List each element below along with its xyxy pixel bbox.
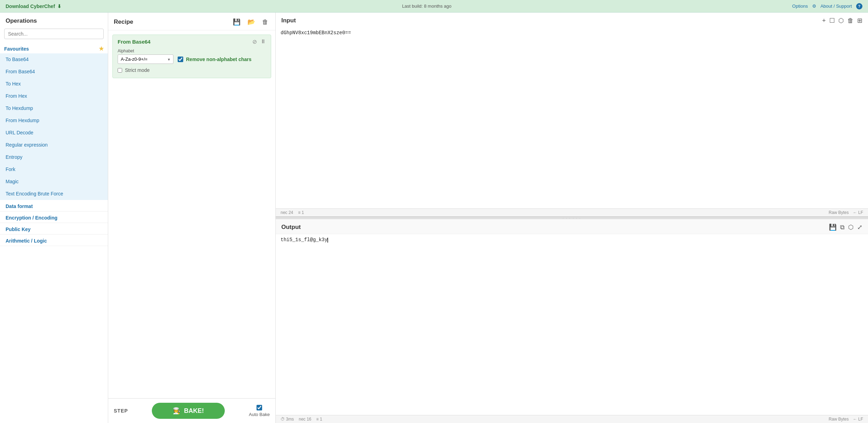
gear-icon[interactable]: ⚙ (812, 3, 816, 9)
alphabet-select[interactable]: A-Za-z0-9+/= A-Za-z0-9-_= A-Za-z0-9+/ (118, 54, 173, 64)
category-encryption-encoding: Encryption / Encoding (0, 212, 108, 223)
input-line-count: ≡ 1 (298, 210, 304, 215)
favourites-label: Favourites (4, 46, 29, 52)
output-copy-icon[interactable]: ⧉ (840, 224, 845, 231)
star-icon: ★ (99, 45, 104, 52)
select-row: A-Za-z0-9+/= A-Za-z0-9-_= A-Za-z0-9+/ Re… (118, 54, 266, 64)
topbar-right: Options ⚙ About / Support ? (792, 3, 862, 9)
options-link[interactable]: Options (792, 3, 808, 9)
help-icon[interactable]: ? (856, 3, 862, 9)
output-pop-icon[interactable]: ⬡ (848, 223, 854, 231)
strict-mode-label: Strict mode (125, 67, 150, 73)
sidebar-item-from-base64[interactable]: From Base64 (0, 66, 108, 78)
sidebar-items: To Base64 From Base64 To Hex From Hex To… (0, 53, 108, 423)
recipe-save-button[interactable]: 💾 (231, 17, 242, 27)
sidebar-item-from-hex[interactable]: From Hex (0, 90, 108, 102)
output-content: thi5_1s_fl@g_k3y (276, 234, 868, 415)
auto-bake-checkbox[interactable] (257, 405, 262, 410)
input-header: Input + ☐ ⬡ 🗑 ⊞ (276, 13, 868, 27)
output-panel-icons: 💾 ⧉ ⬡ ⤢ (829, 223, 862, 231)
input-panel: Input + ☐ ⬡ 🗑 ⊞ dGhpNV8xc19mbEBnX2sze0==… (276, 13, 868, 217)
cursor (327, 238, 328, 243)
from-base64-card: From Base64 ⊘ ⏸ Alphabet A-Za-z0-9+/= A-… (112, 35, 271, 78)
input-title: Input (281, 17, 296, 24)
category-arithmetic-logic: Arithmetic / Logic (0, 235, 108, 246)
input-clear-icon[interactable]: 🗑 (847, 17, 854, 24)
input-panel-icons: + ☐ ⬡ 🗑 ⊞ (822, 17, 862, 24)
op-card-header: From Base64 ⊘ ⏸ (118, 38, 266, 45)
download-icon: ⬇ (57, 3, 61, 9)
sidebar-item-to-hexdump[interactable]: To Hexdump (0, 102, 108, 114)
about-link[interactable]: About / Support (821, 3, 852, 9)
auto-bake-row: Auto Bake (249, 405, 270, 417)
recipe-content: From Base64 ⊘ ⏸ Alphabet A-Za-z0-9+/= A-… (108, 30, 275, 398)
sidebar: Operations Favourites ★ To Base64 From B… (0, 13, 108, 423)
sidebar-item-fork[interactable]: Fork (0, 163, 108, 176)
input-footer-left: nec 24 ≡ 1 (281, 210, 304, 215)
recipe-panel: Recipe 💾 📂 🗑 From Base64 ⊘ ⏸ Alphabet (108, 13, 276, 423)
search-input[interactable] (4, 29, 104, 39)
output-footer-right: Raw Bytes ← LF (829, 417, 863, 422)
input-pop-icon[interactable]: ⬡ (838, 17, 844, 24)
bake-icon: 🧑‍🍳 (173, 407, 180, 415)
output-value: thi5_1s_fl@g_k3y (281, 237, 327, 243)
output-expand-icon[interactable]: ⤢ (857, 223, 862, 231)
input-footer-right: Raw Bytes ← LF (829, 210, 863, 215)
input-tab-icon[interactable]: ☐ (829, 17, 835, 24)
recipe-clear-button[interactable]: 🗑 (261, 18, 270, 27)
bake-button[interactable]: 🧑‍🍳 BAKE! (152, 403, 225, 419)
bake-bar: STEP 🧑‍🍳 BAKE! Auto Bake (108, 398, 275, 423)
output-title: Output (281, 224, 301, 231)
category-public-key: Public Key (0, 223, 108, 235)
input-footer: nec 24 ≡ 1 Raw Bytes ← LF (276, 208, 868, 216)
sidebar-item-regex[interactable]: Regular expression (0, 139, 108, 151)
recipe-header: Recipe 💾 📂 🗑 (108, 13, 275, 30)
input-textarea[interactable]: dGhpNV8xc19mbEBnX2sze0== (276, 27, 868, 208)
output-footer-left: ⏱ 3ms nec 16 ≡ 1 (281, 417, 322, 422)
io-area: Input + ☐ ⬡ 🗑 ⊞ dGhpNV8xc19mbEBnX2sze0==… (276, 13, 868, 423)
input-grid-icon[interactable]: ⊞ (857, 17, 862, 24)
sidebar-item-magic[interactable]: Magic (0, 176, 108, 188)
output-panel: Output 💾 ⧉ ⬡ ⤢ thi5_1s_fl@g_k3y ⏱ 3ms ne… (276, 219, 868, 423)
topbar: Download CyberChef ⬇ Last build: 8 month… (0, 0, 868, 13)
main-layout: Operations Favourites ★ To Base64 From B… (0, 13, 868, 423)
sidebar-item-entropy[interactable]: Entropy (0, 151, 108, 163)
input-add-icon[interactable]: + (822, 17, 826, 24)
bake-label: BAKE! (184, 407, 204, 415)
op-card-actions: ⊘ ⏸ (252, 38, 266, 45)
output-raw-bytes[interactable]: Raw Bytes (829, 417, 848, 422)
strict-mode-row: Strict mode (118, 67, 266, 73)
strict-mode-checkbox[interactable] (118, 68, 122, 73)
sidebar-item-text-encoding-brute[interactable]: Text Encoding Brute Force (0, 188, 108, 200)
output-lf-label[interactable]: ← LF (853, 417, 863, 422)
input-char-count: nec 24 (281, 210, 293, 215)
auto-bake-label: Auto Bake (249, 412, 270, 417)
remove-nonalpha-label: Remove non-alphabet chars (186, 57, 252, 62)
output-footer: ⏱ 3ms nec 16 ≡ 1 Raw Bytes ← LF (276, 415, 868, 423)
recipe-title: Recipe (114, 18, 133, 25)
remove-chars-row: Remove non-alphabet chars (178, 57, 252, 62)
sidebar-item-from-hexdump[interactable]: From Hexdump (0, 114, 108, 127)
output-save-icon[interactable]: 💾 (829, 223, 837, 231)
input-raw-bytes[interactable]: Raw Bytes (829, 210, 848, 215)
download-link[interactable]: Download CyberChef ⬇ (6, 3, 61, 9)
output-time: ⏱ 3ms (281, 417, 294, 422)
step-button[interactable]: STEP (114, 408, 128, 414)
category-data-format: Data format (0, 200, 108, 212)
sidebar-item-to-hex[interactable]: To Hex (0, 78, 108, 90)
recipe-icons: 💾 📂 🗑 (231, 17, 270, 27)
sidebar-item-url-decode[interactable]: URL Decode (0, 127, 108, 139)
input-lf-label[interactable]: ← LF (853, 210, 863, 215)
output-header: Output 💾 ⧉ ⬡ ⤢ (276, 219, 868, 234)
remove-nonalpha-checkbox[interactable] (178, 57, 183, 62)
output-line-count: ≡ 1 (316, 417, 322, 422)
op-disable-icon[interactable]: ⊘ (252, 38, 257, 45)
sidebar-item-to-base64[interactable]: To Base64 (0, 53, 108, 66)
alphabet-label: Alphabet (118, 49, 266, 53)
output-char-count: nec 16 (299, 417, 311, 422)
favourites-section: Favourites ★ (0, 43, 108, 53)
alphabet-select-wrapper: A-Za-z0-9+/= A-Za-z0-9-_= A-Za-z0-9+/ (118, 54, 173, 64)
op-title: From Base64 (118, 39, 150, 45)
op-pause-icon[interactable]: ⏸ (260, 38, 266, 45)
recipe-load-button[interactable]: 📂 (246, 17, 257, 27)
